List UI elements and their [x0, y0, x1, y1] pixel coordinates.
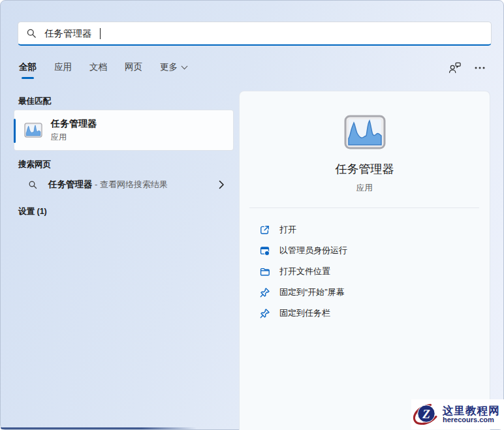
- web-query-suffix: - 查看网络搜索结果: [93, 179, 168, 191]
- settings-heading: 设置 (1): [18, 206, 47, 217]
- action-open[interactable]: 打开: [259, 219, 482, 240]
- action-run-as-admin[interactable]: 以管理员身份运行: [259, 240, 482, 261]
- best-match-result[interactable]: 任务管理器 应用: [14, 110, 234, 151]
- open-external-icon: [259, 224, 270, 236]
- tab-more[interactable]: 更多: [160, 61, 187, 73]
- action-pin-to-start[interactable]: 固定到“开始”屏幕: [259, 282, 482, 303]
- tab-web[interactable]: 网页: [125, 61, 142, 73]
- web-search-heading: 搜索网页: [18, 159, 51, 170]
- action-open-file-location-label: 打开文件位置: [279, 266, 330, 277]
- pin-icon: [259, 287, 270, 298]
- tab-documents[interactable]: 文档: [89, 61, 107, 73]
- result-detail-panel: 任务管理器 应用 打开: [239, 91, 490, 430]
- chevron-right-icon: [219, 180, 225, 189]
- more-options-button[interactable]: [475, 67, 485, 69]
- folder-icon: [259, 266, 270, 277]
- chevron-down-icon: [181, 63, 188, 70]
- action-run-as-admin-label: 以管理员身份运行: [279, 245, 347, 256]
- web-search-result[interactable]: 任务管理器 - 查看网络搜索结果: [14, 172, 234, 197]
- user-account-button[interactable]: [448, 61, 462, 74]
- search-input[interactable]: 任务管理器: [18, 22, 492, 46]
- divider: [249, 207, 479, 208]
- person-chat-icon: [448, 61, 462, 74]
- web-query-text: 任务管理器: [48, 179, 93, 191]
- best-match-subtitle: 应用: [51, 132, 97, 143]
- watermark-monogram: Z: [422, 407, 430, 421]
- watermark-logo: Z: [412, 400, 441, 429]
- action-pin-to-taskbar-label: 固定到任务栏: [279, 307, 330, 319]
- tab-all[interactable]: 全部: [19, 61, 37, 73]
- tab-apps[interactable]: 应用: [54, 61, 72, 73]
- search-icon: [26, 28, 37, 39]
- detail-app-title: 任务管理器: [240, 161, 490, 177]
- taskbar-edge: [1, 427, 197, 429]
- action-list: 打开 以管理员身份运行: [259, 219, 482, 324]
- ellipsis-icon: [475, 67, 485, 69]
- text-cursor: [100, 28, 101, 39]
- run-as-admin-icon: [259, 245, 270, 256]
- pin-icon: [259, 308, 270, 319]
- active-tab-indicator: [22, 77, 34, 79]
- tab-more-label: 更多: [160, 61, 178, 73]
- action-pin-to-start-label: 固定到“开始”屏幕: [279, 286, 345, 298]
- search-icon: [28, 180, 38, 190]
- action-open-file-location[interactable]: 打开文件位置: [259, 261, 482, 282]
- selection-accent-bar: [14, 119, 16, 143]
- search-filter-tabs: 全部 应用 文档 网页 更多: [19, 61, 187, 73]
- task-manager-icon: [24, 123, 42, 138]
- task-manager-icon: [344, 115, 386, 152]
- watermark-site-name: 这里教程网: [443, 405, 500, 416]
- action-open-label: 打开: [279, 224, 296, 236]
- search-input-value: 任务管理器: [44, 27, 92, 40]
- action-pin-to-taskbar[interactable]: 固定到任务栏: [259, 303, 482, 324]
- best-match-title: 任务管理器: [51, 118, 97, 130]
- detail-app-subtitle: 应用: [240, 183, 490, 194]
- site-watermark: Z 这里教程网 herecours.com: [411, 399, 504, 429]
- watermark-site-domain: herecours.com: [443, 416, 500, 424]
- search-flyout: 任务管理器 全部 应用 文档 网页 更多 最佳匹配: [0, 0, 504, 430]
- best-match-heading: 最佳匹配: [18, 96, 51, 107]
